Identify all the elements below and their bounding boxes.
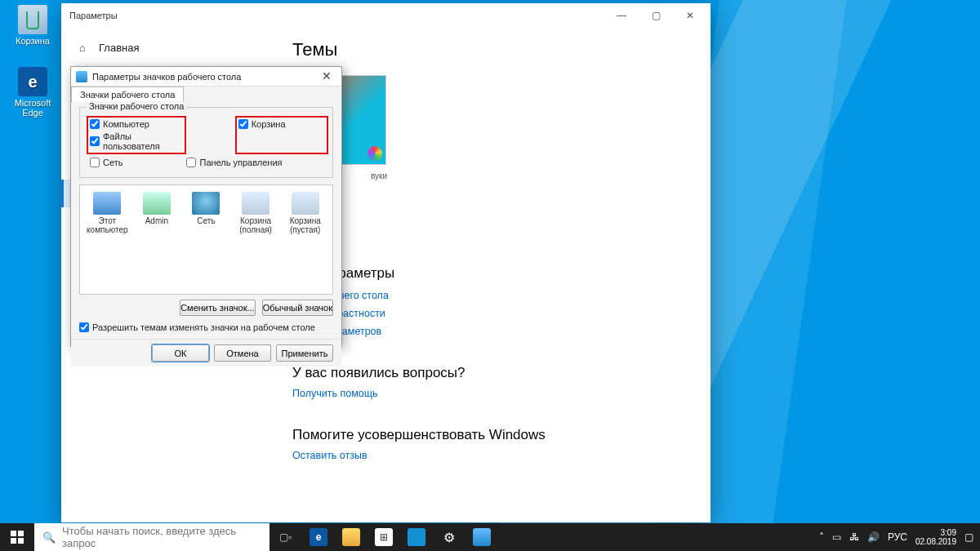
sounds-hint: вуки [371, 171, 693, 180]
checkbox-input[interactable] [90, 158, 100, 167]
checkbox-input[interactable] [90, 119, 100, 129]
improve-heading: Помогите усовершенствовать Windows [292, 427, 693, 443]
desktop-icon-settings-dialog: Параметры значков рабочего стола ✕ Значк… [70, 66, 342, 347]
svg-rect-2 [11, 538, 16, 544]
taskbar: 🔍 Чтобы начать поиск, введите здесь запр… [0, 523, 980, 551]
link-feedback[interactable]: Оставить отзыв [292, 450, 693, 461]
checkbox-input[interactable] [238, 119, 248, 129]
group-desktop-icons: Значки рабочего стола Компьютер Файлы по… [79, 107, 333, 178]
windows-logo-icon [11, 531, 24, 544]
page-title: Темы [292, 39, 693, 60]
taskbar-clock[interactable]: 3:09 02.08.2019 [915, 528, 956, 546]
dialog-close-button[interactable]: ✕ [315, 69, 338, 85]
close-button[interactable]: ✕ [673, 4, 707, 27]
clock-time: 3:09 [915, 528, 956, 537]
highlight-box: Корзина [235, 116, 328, 154]
store-icon: ⊞ [375, 528, 393, 546]
search-icon: 🔍 [42, 531, 56, 544]
checkbox-input[interactable] [79, 322, 89, 332]
minimize-button[interactable]: — [604, 4, 639, 27]
recycle-empty-icon [292, 192, 319, 215]
gear-icon: ⚙ [443, 530, 455, 545]
checkbox-recycle-bin[interactable]: Корзина [238, 119, 286, 129]
desktop-icon-label: Корзина [8, 36, 57, 46]
checkbox-control-panel[interactable]: Панель управления [186, 158, 282, 167]
icon-item-network[interactable]: Сеть [184, 192, 229, 225]
dialog-app-icon [76, 71, 87, 82]
link-desktop-icons[interactable]: чков рабочего стола [292, 290, 693, 301]
battery-icon[interactable]: ▭ [832, 531, 841, 543]
dialog-title: Параметры значков рабочего стола [92, 72, 241, 82]
desktop-icon-edge[interactable]: Microsoft Edge [8, 67, 57, 118]
link-high-contrast[interactable]: окой контрастности [292, 308, 693, 319]
link-sync-settings[interactable]: ваших параметров [292, 326, 693, 337]
icon-item-bin-empty[interactable]: Корзина (пустая) [283, 192, 327, 234]
action-center-icon[interactable]: ▢ [964, 531, 973, 543]
checkbox-input[interactable] [90, 136, 100, 146]
dialog-footer: ОК Отмена Применить [71, 339, 341, 367]
nav-home[interactable]: ⌂ Главная [61, 34, 272, 60]
link-get-help[interactable]: Получить помощь [292, 388, 693, 399]
home-icon: ⌂ [76, 42, 89, 54]
change-icon-button[interactable]: Сменить значок... [180, 300, 256, 316]
edge-icon [18, 67, 47, 96]
user-folder-icon [143, 192, 171, 215]
dialog-tabs: Значки рабочего стола [71, 87, 341, 102]
taskbar-search[interactable]: 🔍 Чтобы начать поиск, введите здесь запр… [34, 523, 270, 551]
dialog-titlebar[interactable]: Параметры значков рабочего стола ✕ [71, 67, 341, 87]
network-icon [192, 192, 220, 215]
svg-rect-0 [11, 531, 16, 536]
icon-item-admin[interactable]: Admin [135, 192, 180, 225]
taskbar-app-settings[interactable]: ⚙ [433, 523, 466, 551]
tab-desktop-icons[interactable]: Значки рабочего стола [71, 87, 184, 102]
related-settings-heading: щие параметры [292, 265, 693, 282]
color-swatch-icon [368, 146, 382, 161]
settings-titlebar[interactable]: Параметры — ▢ ✕ [61, 3, 710, 28]
desktop-icon-recycle-bin[interactable]: Корзина [8, 5, 57, 46]
icon-item-this-pc[interactable]: Этот компьютер [85, 192, 130, 234]
checkbox-network[interactable]: Сеть [90, 158, 122, 167]
icon-item-bin-full[interactable]: Корзина (полная) [234, 192, 278, 234]
cancel-button[interactable]: Отмена [214, 344, 271, 362]
pc-icon [93, 192, 121, 215]
settings-title: Параметры [69, 11, 118, 20]
volume-icon[interactable]: 🔊 [867, 531, 880, 543]
folder-icon [342, 528, 360, 546]
desktop-icon-label: Microsoft Edge [8, 98, 57, 118]
checkbox-user-files[interactable]: Файлы пользователя [90, 131, 160, 151]
checkbox-input[interactable] [186, 158, 196, 167]
nav-home-label: Главная [99, 42, 139, 54]
svg-rect-1 [18, 531, 24, 536]
svg-rect-3 [18, 538, 24, 544]
app-icon [473, 528, 491, 546]
recycle-full-icon [242, 192, 270, 215]
icon-preview-grid[interactable]: Этот компьютер Admin Сеть Корзина (полна… [79, 184, 333, 295]
highlight-box: Компьютер Файлы пользователя [87, 116, 186, 154]
maximize-button[interactable]: ▢ [639, 4, 673, 27]
checkbox-allow-themes[interactable]: Разрешить темам изменять значки на рабоч… [79, 322, 333, 332]
taskbar-app-mail[interactable] [400, 523, 433, 551]
tray-chevron-icon[interactable]: ˄ [819, 531, 824, 543]
language-indicator[interactable]: РУС [888, 531, 907, 543]
task-view-button[interactable]: ▢▫ [270, 523, 302, 551]
network-tray-icon[interactable]: 🖧 [849, 531, 859, 543]
default-icon-button[interactable]: Обычный значок [262, 300, 333, 316]
apply-button[interactable]: Применить [276, 344, 333, 362]
taskbar-app-explorer[interactable] [335, 523, 368, 551]
group-legend: Значки рабочего стола [87, 101, 186, 111]
taskbar-pinned: ▢▫ e ⊞ ⚙ [270, 523, 498, 551]
taskbar-app-running[interactable] [466, 523, 498, 551]
system-tray: ˄ ▭ 🖧 🔊 РУС 3:09 02.08.2019 ▢ [813, 523, 980, 551]
taskbar-app-edge[interactable]: e [302, 523, 335, 551]
checkbox-computer[interactable]: Компьютер [90, 119, 160, 129]
recycle-bin-icon [18, 5, 47, 34]
questions-heading: У вас появились вопросы? [292, 365, 693, 381]
search-placeholder: Чтобы начать поиск, введите здесь запрос [62, 525, 261, 549]
ok-button[interactable]: ОК [152, 344, 209, 362]
task-view-icon: ▢▫ [279, 531, 292, 543]
clock-date: 02.08.2019 [915, 537, 956, 546]
mail-icon [408, 528, 425, 546]
start-button[interactable] [0, 523, 34, 551]
taskbar-app-store[interactable]: ⊞ [368, 523, 400, 551]
